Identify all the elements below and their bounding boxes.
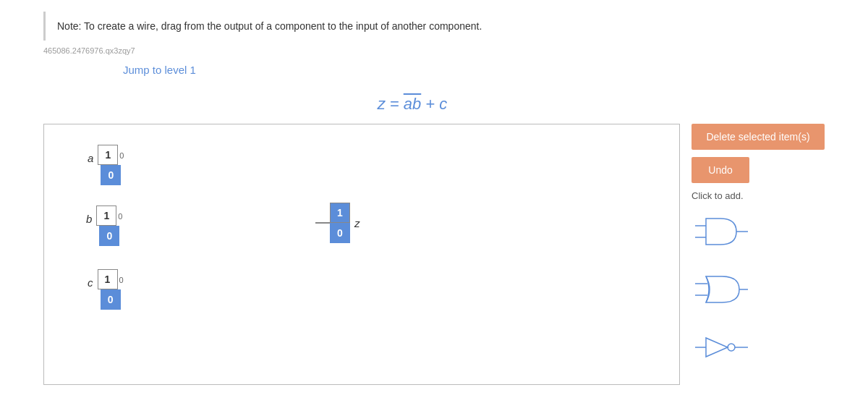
input-c-val2[interactable]: 0: [101, 289, 121, 310]
input-a-val1[interactable]: 1: [98, 145, 118, 165]
svg-marker-7: [706, 338, 728, 357]
formula-display: z = ab + c: [0, 95, 868, 114]
note-text: Note: To create a wire, drag from the ou…: [57, 20, 482, 32]
gates-svg: [692, 211, 757, 385]
input-b: b 1 0 0: [86, 206, 122, 246]
input-b-small: 0: [118, 212, 122, 221]
session-id: 465086.2476976.qx3zqy7: [43, 46, 825, 55]
input-a-small: 0: [119, 151, 124, 160]
gate-diagrams: [692, 211, 825, 385]
input-c-small: 0: [119, 276, 124, 284]
input-c-val1[interactable]: 1: [98, 269, 118, 289]
output-line: [315, 222, 330, 224]
output-z: 1 0 z: [315, 203, 360, 243]
input-a-label: a: [88, 152, 93, 164]
input-a-val2[interactable]: 0: [101, 165, 121, 185]
input-c: c 1 0 0: [88, 269, 124, 310]
output-z-val1[interactable]: 1: [330, 203, 350, 223]
note-bar: Note: To create a wire, drag from the ou…: [43, 12, 825, 41]
undo-button[interactable]: Undo: [692, 157, 749, 183]
output-z-label: z: [354, 217, 360, 229]
output-z-val2[interactable]: 0: [330, 223, 350, 243]
input-a-toggle[interactable]: 1 0 0: [98, 145, 124, 185]
click-to-add-text: Click to add.: [692, 190, 825, 201]
input-a: a 1 0 0: [88, 145, 124, 185]
input-c-toggle[interactable]: 1 0 0: [98, 269, 124, 310]
input-b-toggle[interactable]: 1 0 0: [96, 206, 122, 246]
input-b-label: b: [86, 213, 92, 225]
canvas-area[interactable]: a 1 0 0 b 1 0 0: [43, 124, 680, 385]
input-b-val1[interactable]: 1: [96, 206, 116, 226]
output-z-vals[interactable]: 1 0: [330, 203, 350, 243]
delete-button[interactable]: Delete selected item(s): [692, 124, 825, 150]
canvas-inner: a 1 0 0 b 1 0 0: [44, 124, 679, 370]
main-content: a 1 0 0 b 1 0 0: [43, 124, 825, 385]
input-b-val2[interactable]: 0: [99, 226, 119, 246]
input-c-label: c: [88, 276, 93, 289]
jump-to-level-link[interactable]: Jump to level 1: [123, 64, 196, 76]
sidebar: Delete selected item(s) Undo Click to ad…: [680, 124, 825, 385]
